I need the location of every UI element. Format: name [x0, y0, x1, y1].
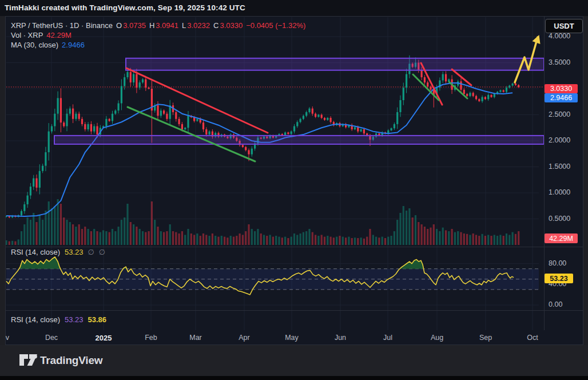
price-tick-label: 2.0000 [549, 136, 570, 144]
main-legend: XRP / TetherUS · 1D · Binance O3.0735 H3… [11, 21, 305, 50]
symbol-row[interactable]: XRP / TetherUS · 1D · Binance O3.0735 H3… [11, 21, 305, 30]
ma-value: 2.9466 [62, 41, 85, 49]
time-axis-label[interactable]: Sep [473, 334, 498, 342]
time-axis-label[interactable]: Nov [5, 334, 15, 342]
time-axis-label[interactable]: May [279, 334, 304, 342]
price-tick-label: 3.5000 [549, 58, 570, 66]
indicator-disabled-icon[interactable]: ∅ [88, 248, 94, 256]
volume-value: 42.29M [46, 31, 71, 39]
pane-separator[interactable] [6, 247, 583, 247]
ma-label: MA (30, close) [11, 41, 58, 49]
rsi2-title[interactable]: RSI (14, close) [11, 315, 60, 324]
close-label: C [213, 21, 218, 30]
indicator-disabled-icon[interactable]: ∅ [99, 248, 105, 256]
rsi2-value2: 53.86 [88, 315, 107, 324]
low-label: L [182, 21, 186, 30]
attribution-text: TimHakki created with TradingView.com, S… [5, 3, 245, 12]
tradingview-snapshot: TimHakki created with TradingView.com, S… [0, 0, 588, 380]
chart-widget[interactable]: XRP / TetherUS · 1D · Binance O3.0735 H3… [5, 16, 583, 345]
time-axis-label[interactable]: Jul [375, 334, 400, 342]
high-label: H [149, 21, 154, 30]
open-label: O [116, 21, 122, 30]
time-axis-label[interactable]: Mar [183, 334, 208, 342]
high-value: 3.0941 [156, 21, 178, 30]
volume-label: Vol · XRP [11, 31, 43, 39]
open-value: 3.0735 [123, 21, 146, 30]
price-tick-label: 0.5000 [549, 215, 570, 223]
volume-row[interactable]: Vol · XRP 42.29M [11, 30, 305, 40]
ma-row[interactable]: MA (30, close) 2.9466 [11, 40, 305, 50]
tradingview-brand-text: TradingView [40, 354, 102, 367]
price-tick-label: 2.5000 [549, 110, 570, 118]
pane-separator[interactable] [6, 310, 583, 311]
time-axis-label[interactable]: Jun [328, 334, 353, 342]
rsi2-value1: 53.23 [65, 315, 84, 324]
time-axis-label[interactable]: 2025 [91, 334, 116, 342]
volume-badge: 42.29M [545, 233, 578, 243]
chart-canvas[interactable] [5, 16, 583, 345]
rsi2-pane-legend[interactable]: RSI (14, close) 53.23 53.86 [11, 315, 106, 324]
time-axis-label[interactable]: Apr [232, 334, 257, 342]
bottom-strip [0, 376, 588, 380]
price-axis[interactable]: 4.00003.50002.50002.00001.50001.00000.50… [545, 17, 583, 330]
last-price-badge: 3.0330 [545, 84, 578, 93]
price-tick-label: 1.0000 [549, 188, 570, 196]
symbol-title[interactable]: XRP / TetherUS · 1D · Binance [11, 21, 113, 30]
price-tick-label: 1.5000 [549, 163, 570, 171]
time-axis-label[interactable]: Feb [138, 334, 164, 342]
tradingview-logo-icon[interactable] [19, 353, 39, 368]
ma-value-badge: 2.9466 [545, 93, 578, 102]
change-value: −0.0405 (−1.32%) [246, 21, 305, 30]
price-tick-label: 4.0000 [549, 32, 570, 40]
close-value: 3.0330 [220, 21, 243, 30]
time-axis-label[interactable]: Dec [39, 334, 64, 342]
rsi-title[interactable]: RSI (14, close) [11, 248, 60, 256]
rsi-tick-label: 0.00 [549, 300, 562, 308]
time-axis-label[interactable]: Aug [424, 334, 450, 342]
footer-bar: TradingView [0, 345, 588, 376]
time-axis[interactable]: NovDec2025FebMarAprMayJunJulAugSepOct [6, 330, 583, 345]
rsi-pane-legend[interactable]: RSI (14, close) 53.23 ∅ ∅ [11, 248, 105, 256]
attribution-bar: TimHakki created with TradingView.com, S… [0, 0, 588, 16]
rsi-value-badge: 53.23 [545, 274, 573, 283]
rsi-value: 53.23 [65, 248, 84, 256]
time-axis-label[interactable]: Oct [520, 334, 545, 342]
low-value: 3.0232 [187, 21, 210, 30]
rsi-tick-label: 80.00 [549, 259, 566, 267]
